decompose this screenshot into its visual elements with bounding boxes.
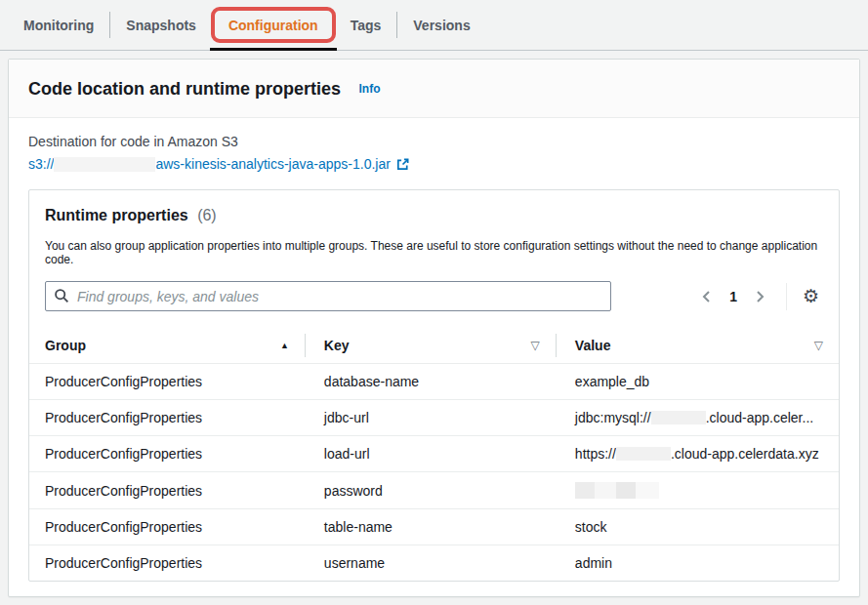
group-cell: ProducerConfigProperties (29, 436, 305, 472)
filter-icon[interactable]: ▽ (814, 339, 823, 352)
column-label: Group (45, 338, 86, 353)
toolbar-right: 1 ⚙ (694, 283, 823, 310)
group-cell: ProducerConfigProperties (29, 545, 305, 582)
table-row[interactable]: ProducerConfigProperties jdbc-url jdbc:m… (29, 400, 839, 436)
runtime-properties-table: Group ▲ Key ▽ Value (29, 328, 839, 581)
group-cell: ProducerConfigProperties (29, 364, 305, 400)
key-cell: database-name (305, 364, 556, 400)
filter-icon[interactable]: ▽ (531, 339, 540, 352)
table-toolbar: 1 ⚙ (45, 281, 823, 311)
previous-page-button[interactable] (694, 285, 720, 308)
tab-monitoring[interactable]: Monitoring (8, 0, 109, 50)
tab-label: Versions (413, 18, 470, 33)
group-cell: ProducerConfigProperties (29, 509, 305, 545)
column-header-key[interactable]: Key ▽ (305, 328, 556, 364)
value-cell: https://.cloud-app.celerdata.xyz (556, 436, 839, 472)
code-location-panel: Code location and runtime properties Inf… (8, 59, 860, 597)
redacted-bucket-name (54, 157, 155, 172)
settings-gear-icon[interactable]: ⚙ (799, 285, 823, 307)
s3-link-suffix: aws-kinesis-analytics-java-apps-1.0.jar (155, 156, 390, 172)
tab-label: Monitoring (23, 18, 94, 33)
toolbar-separator (786, 283, 787, 310)
runtime-properties-count: (6) (197, 207, 217, 223)
value-text: .cloud-app.celer... (706, 410, 814, 425)
column-header-value[interactable]: Value ▽ (556, 328, 839, 364)
tab-label: Configuration (228, 18, 318, 33)
value-cell (556, 472, 839, 509)
value-cell: example_db (556, 364, 839, 400)
value-cell: admin (556, 545, 839, 582)
chevron-left-icon (700, 289, 714, 304)
redacted-value (651, 411, 706, 424)
redacted-password (575, 482, 659, 499)
tab-snapshots[interactable]: Snapshots (110, 0, 212, 50)
current-page-number[interactable]: 1 (720, 289, 747, 304)
key-cell: load-url (305, 436, 556, 472)
table-header-row: Group ▲ Key ▽ Value (29, 328, 839, 364)
table-row[interactable]: ProducerConfigProperties load-url https:… (29, 436, 839, 472)
tab-label: Tags (351, 18, 382, 33)
runtime-properties-header: Runtime properties (6) You can also grou… (29, 190, 839, 311)
runtime-properties-card: Runtime properties (6) You can also grou… (28, 189, 840, 582)
chevron-right-icon (753, 289, 766, 304)
key-cell: jdbc-url (305, 400, 556, 436)
column-header-group[interactable]: Group ▲ (29, 328, 305, 364)
tab-tags[interactable]: Tags (335, 0, 397, 50)
table-row[interactable]: ProducerConfigProperties table-name stoc… (29, 509, 839, 545)
redacted-value (616, 447, 671, 461)
search-input[interactable] (45, 281, 611, 311)
value-text: .cloud-app.celerdata.xyz (671, 446, 819, 462)
value-cell: jdbc:mysql://.cloud-app.celer... (556, 400, 839, 436)
next-page-button[interactable] (747, 285, 772, 308)
value-text: admin (575, 555, 612, 571)
key-cell: table-name (305, 509, 556, 545)
runtime-properties-description: You can also group application propertie… (45, 239, 823, 266)
search-box (45, 281, 611, 311)
key-cell: password (305, 472, 556, 509)
value-text: https:// (575, 446, 616, 462)
search-icon (54, 288, 69, 303)
value-text: example_db (575, 374, 649, 389)
s3-destination-label: Destination for code in Amazon S3 (28, 134, 840, 149)
tab-bar: Monitoring Snapshots Configuration Tags … (0, 0, 868, 51)
tab-label: Snapshots (126, 18, 196, 33)
value-cell: stock (556, 509, 839, 545)
sort-ascending-icon: ▲ (280, 341, 289, 350)
column-label: Value (575, 338, 611, 353)
table-row[interactable]: ProducerConfigProperties database-name e… (29, 364, 839, 400)
column-label: Key (324, 338, 350, 353)
group-cell: ProducerConfigProperties (29, 400, 305, 436)
panel-header: Code location and runtime properties Inf… (9, 60, 859, 118)
table-row[interactable]: ProducerConfigProperties password (29, 472, 839, 509)
tab-configuration[interactable]: Configuration (213, 0, 334, 50)
info-link[interactable]: Info (359, 82, 381, 96)
key-cell: username (305, 545, 556, 582)
value-text: jdbc:mysql:// (575, 410, 651, 425)
panel-body: Destination for code in Amazon S3 s3:// … (9, 118, 859, 601)
group-cell: ProducerConfigProperties (29, 472, 305, 509)
panel-title: Code location and runtime properties (28, 79, 341, 99)
runtime-properties-title: Runtime properties (45, 207, 188, 223)
s3-link-prefix: s3:// (28, 156, 54, 172)
value-text: stock (575, 519, 607, 535)
external-link-icon (395, 157, 410, 172)
s3-destination-link[interactable]: s3:// aws-kinesis-analytics-java-apps-1.… (28, 156, 840, 172)
table-row[interactable]: ProducerConfigProperties username admin (29, 545, 839, 582)
tab-versions[interactable]: Versions (397, 0, 485, 50)
